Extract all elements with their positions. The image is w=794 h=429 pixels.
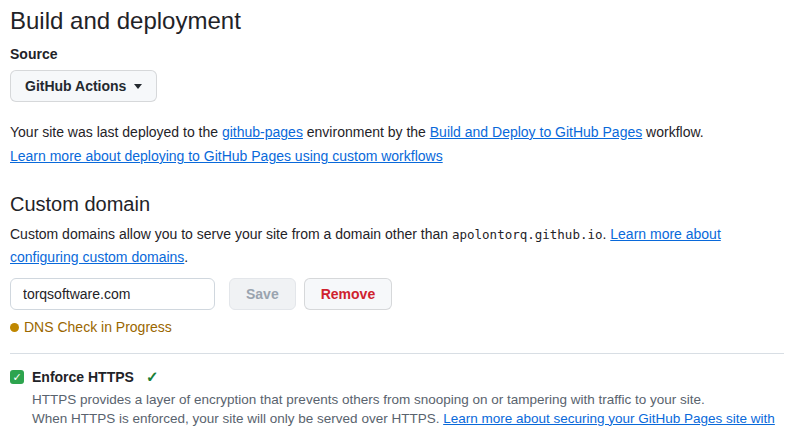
source-label: Source — [10, 46, 784, 62]
custom-domain-description: Custom domains allow you to serve your s… — [10, 223, 784, 268]
deploy-text-2: environment by the — [303, 124, 430, 140]
remove-button[interactable]: Remove — [304, 278, 392, 310]
save-button[interactable]: Save — [229, 278, 296, 310]
chevron-down-icon — [134, 84, 142, 89]
https-desc-line2: When HTTPS is enforced, your site will o… — [32, 411, 443, 426]
source-dropdown-label: GitHub Actions — [25, 78, 126, 94]
dns-status-text: DNS Check in Progress — [24, 319, 172, 335]
https-description: HTTPS provides a layer of encryption tha… — [32, 391, 784, 429]
enforce-https-row: ✓ Enforce HTTPS ✓ — [10, 368, 784, 386]
enforce-https-section: ✓ Enforce HTTPS ✓ HTTPS provides a layer… — [10, 368, 784, 429]
enforce-https-label[interactable]: Enforce HTTPS — [32, 369, 134, 385]
https-success-check-icon: ✓ — [146, 368, 159, 386]
github-pages-environment-link[interactable]: github-pages — [222, 124, 303, 140]
custom-domain-title: Custom domain — [10, 192, 784, 217]
deploy-text-1: Your site was last deployed to the — [10, 124, 222, 140]
custom-domain-text-1: Custom domains allow you to serve your s… — [10, 226, 452, 242]
section-divider — [10, 353, 784, 354]
workflow-link[interactable]: Build and Deploy to GitHub Pages — [430, 124, 642, 140]
https-desc-line1: HTTPS provides a layer of encryption tha… — [32, 392, 705, 407]
deployment-status-text: Your site was last deployed to the githu… — [10, 120, 784, 168]
build-deployment-section: Build and deployment Source GitHub Actio… — [10, 6, 784, 168]
dns-status-dot-icon — [10, 323, 19, 332]
dns-status: DNS Check in Progress — [10, 319, 784, 335]
custom-domain-section: Custom domain Custom domains allow you t… — [10, 192, 784, 335]
enforce-https-checkbox[interactable]: ✓ — [10, 370, 24, 384]
deploy-text-3: workflow. — [642, 124, 703, 140]
custom-domain-form: Save Remove — [10, 278, 784, 310]
learn-custom-workflows-link[interactable]: Learn more about deploying to GitHub Pag… — [10, 148, 443, 164]
source-dropdown-button[interactable]: GitHub Actions — [10, 70, 157, 102]
github-io-domain: apolontorq.github.io — [452, 227, 603, 242]
custom-domain-input[interactable] — [10, 278, 215, 310]
build-deployment-title: Build and deployment — [10, 6, 784, 36]
custom-domain-text-3: . — [184, 249, 188, 265]
